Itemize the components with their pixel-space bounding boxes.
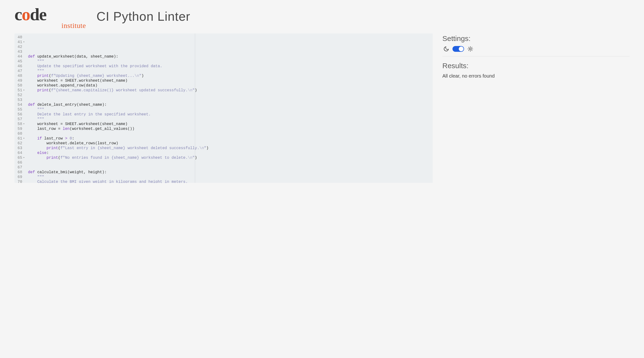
line-number: 40 xyxy=(16,35,25,40)
code-line[interactable]: last_row = len(worksheet.get_all_values(… xyxy=(28,127,431,131)
code-line[interactable]: def update_worksheet(data, sheet_name): xyxy=(28,54,431,59)
code-line[interactable]: Calculate the BMI given weight in kilogr… xyxy=(28,179,431,183)
code-line[interactable] xyxy=(28,160,431,165)
code-line[interactable]: print(f"{sheet_name.capitalize()} worksh… xyxy=(28,88,431,93)
code-editor[interactable]: 4041▾42434445464748495051▾52535455565758… xyxy=(14,33,433,183)
svg-point-0 xyxy=(469,48,471,50)
line-number: 45 xyxy=(16,59,25,64)
header: code institute CI Python Linter xyxy=(14,5,630,30)
line-number: 61▾ xyxy=(16,136,25,141)
code-line[interactable]: print(f"No entries found in {sheet_name}… xyxy=(28,155,431,160)
line-number: 57 xyxy=(16,117,25,122)
line-number: 69 xyxy=(16,175,25,179)
line-number: 41▾ xyxy=(16,40,25,45)
code-line[interactable]: """ xyxy=(28,59,431,64)
results-text: All clear, no errors found xyxy=(442,73,630,79)
line-number: 64 xyxy=(16,151,25,155)
line-number: 62 xyxy=(16,141,25,146)
svg-line-8 xyxy=(472,47,472,47)
code-line[interactable]: Delete the last entry in the specified w… xyxy=(28,112,431,117)
line-number: 49 xyxy=(16,78,25,83)
svg-line-4 xyxy=(472,50,472,50)
code-line[interactable]: else: xyxy=(28,151,431,155)
code-line[interactable] xyxy=(28,165,431,170)
logo: code institute xyxy=(14,5,87,30)
line-number: 51▾ xyxy=(16,88,25,93)
line-number: 63 xyxy=(16,146,25,151)
line-number: 53 xyxy=(16,98,25,102)
code-area[interactable]: def update_worksheet(data, sheet_name): … xyxy=(26,33,433,183)
code-line[interactable]: if last_row > 0: xyxy=(28,136,431,141)
svg-line-7 xyxy=(469,50,469,50)
moon-icon xyxy=(443,46,449,52)
svg-line-3 xyxy=(469,47,469,47)
fold-icon[interactable]: ▾ xyxy=(23,136,25,141)
code-line[interactable] xyxy=(28,98,431,102)
code-line[interactable]: worksheet.delete_rows(last_row) xyxy=(28,141,431,146)
code-line[interactable] xyxy=(28,93,431,98)
ruler-line xyxy=(195,33,195,183)
code-line[interactable]: """ xyxy=(28,107,431,112)
code-line[interactable]: def calculate_bmi(weight, height): xyxy=(28,170,431,175)
line-number: 65▾ xyxy=(16,155,25,160)
code-line[interactable]: worksheet = SHEET.worksheet(sheet_name) xyxy=(28,78,431,83)
code-line[interactable]: """ xyxy=(28,69,431,73)
code-line[interactable]: print(f"Last entry in {sheet_name} works… xyxy=(28,146,431,151)
code-line[interactable]: def delete_last_entry(sheet_name): xyxy=(28,102,431,107)
line-number: 52 xyxy=(16,93,25,98)
theme-toggle[interactable] xyxy=(452,46,464,52)
code-line[interactable]: Update the specified worksheet with the … xyxy=(28,64,431,69)
page-title: CI Python Linter xyxy=(96,5,190,24)
line-number: 59 xyxy=(16,127,25,131)
logo-word: code xyxy=(14,7,87,22)
line-number: 66 xyxy=(16,160,25,165)
results-heading: Results: xyxy=(442,62,630,70)
fold-icon[interactable]: ▾ xyxy=(23,88,25,93)
line-number: 56 xyxy=(16,112,25,117)
line-number: 43 xyxy=(16,49,25,54)
code-line[interactable]: worksheet = SHEET.worksheet(sheet_name) xyxy=(28,122,431,127)
line-number: 48 xyxy=(16,73,25,78)
toggle-knob xyxy=(459,46,464,51)
settings-heading: Settings: xyxy=(442,34,630,43)
line-number: 50 xyxy=(16,83,25,88)
line-number: 46 xyxy=(16,64,25,69)
line-number: 44 xyxy=(16,54,25,59)
line-number: 68 xyxy=(16,170,25,175)
code-line[interactable]: print(f"Updating {sheet_name} worksheet.… xyxy=(28,73,431,78)
line-number: 70 xyxy=(16,179,25,183)
fold-icon[interactable]: ▾ xyxy=(23,40,25,45)
theme-row xyxy=(442,46,630,56)
sun-icon xyxy=(468,46,473,52)
code-line[interactable]: """ xyxy=(28,175,431,179)
fold-icon[interactable]: ▾ xyxy=(23,155,25,160)
code-line[interactable]: """ xyxy=(28,117,431,122)
code-line[interactable] xyxy=(28,49,431,54)
line-number: 67 xyxy=(16,165,25,170)
line-number: 58▾ xyxy=(16,122,25,127)
sidebar: Settings: xyxy=(442,33,630,183)
fold-icon[interactable]: ▾ xyxy=(23,122,25,127)
line-number: 42 xyxy=(16,45,25,49)
line-number: 54 xyxy=(16,102,25,107)
line-number: 55 xyxy=(16,107,25,112)
line-number: 60 xyxy=(16,131,25,136)
line-number-gutter: 4041▾42434445464748495051▾52535455565758… xyxy=(14,33,26,183)
line-number: 47 xyxy=(16,69,25,73)
code-line[interactable] xyxy=(28,131,431,136)
code-line[interactable]: worksheet.append_row(data) xyxy=(28,83,431,88)
